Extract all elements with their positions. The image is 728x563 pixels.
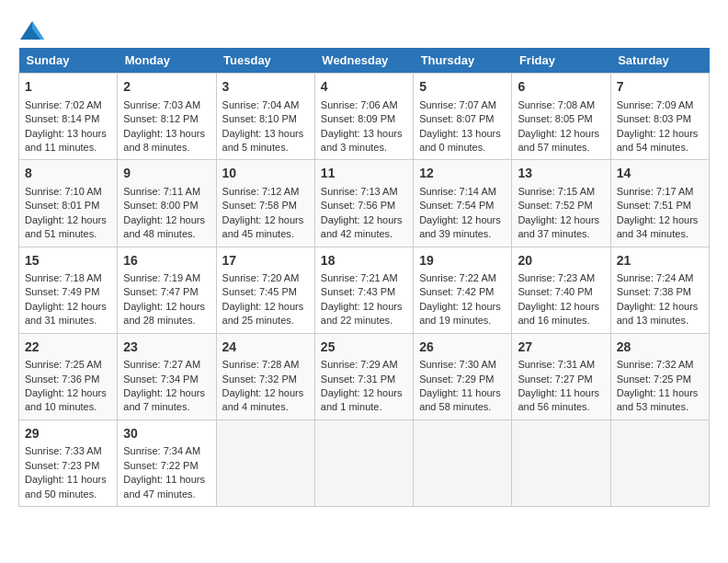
sunrise-text: Sunrise: 7:09 AM: [617, 98, 703, 112]
week-row-2: 8Sunrise: 7:10 AMSunset: 8:01 PMDaylight…: [19, 160, 710, 247]
sunrise-text: Sunrise: 7:25 AM: [25, 358, 111, 372]
calendar-cell: 1Sunrise: 7:02 AMSunset: 8:14 PMDaylight…: [19, 74, 118, 160]
day-number: 12: [419, 165, 506, 183]
sunset-text: Sunset: 7:52 PM: [518, 199, 604, 213]
daylight-text: Daylight: 12 hours and 37 minutes.: [518, 213, 604, 242]
calendar-cell: [414, 419, 512, 506]
sunrise-text: Sunrise: 7:33 AM: [25, 444, 111, 458]
calendar-cell: 5Sunrise: 7:07 AMSunset: 8:07 PMDaylight…: [414, 74, 512, 160]
sunset-text: Sunset: 7:32 PM: [222, 373, 309, 386]
daylight-text: Daylight: 12 hours and 10 minutes.: [25, 386, 111, 415]
calendar-cell: 11Sunrise: 7:13 AMSunset: 7:56 PMDayligh…: [314, 160, 413, 247]
day-number: 22: [25, 339, 111, 357]
sunset-text: Sunset: 8:03 PM: [617, 112, 703, 126]
daylight-text: Daylight: 11 hours and 47 minutes.: [123, 473, 210, 501]
calendar-cell: 2Sunrise: 7:03 AMSunset: 8:12 PMDaylight…: [118, 74, 216, 160]
calendar-cell: 17Sunrise: 7:20 AMSunset: 7:45 PMDayligh…: [216, 247, 314, 333]
sunset-text: Sunset: 7:36 PM: [25, 373, 111, 386]
calendar-cell: 30Sunrise: 7:34 AMSunset: 7:22 PMDayligh…: [118, 419, 216, 506]
day-number: 3: [222, 78, 309, 97]
sunrise-text: Sunrise: 7:13 AM: [321, 185, 407, 199]
calendar-cell: 27Sunrise: 7:31 AMSunset: 7:27 PMDayligh…: [512, 333, 610, 419]
calendar-cell: 22Sunrise: 7:25 AMSunset: 7:36 PMDayligh…: [19, 333, 118, 419]
sunset-text: Sunset: 7:38 PM: [617, 285, 703, 299]
calendar-cell: [314, 419, 413, 506]
col-header-friday: Friday: [512, 48, 610, 74]
logo-icon: [20, 21, 44, 40]
daylight-text: Daylight: 12 hours and 22 minutes.: [321, 300, 407, 328]
daylight-text: Daylight: 11 hours and 58 minutes.: [419, 386, 506, 415]
sunrise-text: Sunrise: 7:04 AM: [222, 98, 309, 112]
daylight-text: Daylight: 12 hours and 34 minutes.: [617, 213, 703, 242]
day-number: 17: [222, 252, 309, 270]
calendar-cell: 19Sunrise: 7:22 AMSunset: 7:42 PMDayligh…: [414, 247, 512, 333]
logo: [18, 18, 46, 39]
calendar-cell: 4Sunrise: 7:06 AMSunset: 8:09 PMDaylight…: [314, 74, 413, 160]
daylight-text: Daylight: 11 hours and 50 minutes.: [25, 473, 111, 501]
day-number: 14: [617, 165, 703, 183]
daylight-text: Daylight: 12 hours and 57 minutes.: [518, 127, 604, 155]
sunset-text: Sunset: 8:12 PM: [123, 112, 210, 126]
day-number: 23: [123, 339, 210, 357]
daylight-text: Daylight: 12 hours and 48 minutes.: [123, 213, 210, 242]
sunrise-text: Sunrise: 7:19 AM: [123, 271, 210, 285]
sunrise-text: Sunrise: 7:12 AM: [222, 185, 309, 199]
day-number: 1: [25, 78, 111, 97]
sunrise-text: Sunrise: 7:28 AM: [222, 358, 309, 372]
day-number: 5: [419, 78, 506, 97]
day-number: 20: [518, 252, 604, 270]
sunrise-text: Sunrise: 7:31 AM: [518, 358, 604, 372]
sunset-text: Sunset: 7:23 PM: [25, 459, 111, 473]
day-number: 13: [518, 165, 604, 183]
sunrise-text: Sunrise: 7:29 AM: [321, 358, 407, 372]
sunrise-text: Sunrise: 7:14 AM: [419, 185, 506, 199]
sunset-text: Sunset: 7:27 PM: [518, 373, 604, 386]
sunset-text: Sunset: 7:45 PM: [222, 285, 309, 299]
calendar-cell: 24Sunrise: 7:28 AMSunset: 7:32 PMDayligh…: [216, 333, 314, 419]
sunrise-text: Sunrise: 7:22 AM: [419, 271, 506, 285]
day-number: 29: [25, 425, 111, 443]
sunrise-text: Sunrise: 7:30 AM: [419, 358, 506, 372]
sunset-text: Sunset: 7:43 PM: [321, 285, 407, 299]
sunset-text: Sunset: 8:00 PM: [123, 199, 210, 213]
sunset-text: Sunset: 7:22 PM: [123, 459, 210, 473]
sunset-text: Sunset: 8:09 PM: [321, 112, 407, 126]
calendar-cell: 21Sunrise: 7:24 AMSunset: 7:38 PMDayligh…: [610, 247, 709, 333]
day-number: 19: [419, 252, 506, 270]
day-number: 30: [123, 425, 210, 443]
sunrise-text: Sunrise: 7:08 AM: [518, 98, 604, 112]
sunrise-text: Sunrise: 7:34 AM: [123, 444, 210, 458]
daylight-text: Daylight: 13 hours and 3 minutes.: [321, 127, 407, 155]
sunset-text: Sunset: 7:34 PM: [123, 373, 210, 386]
week-row-5: 29Sunrise: 7:33 AMSunset: 7:23 PMDayligh…: [19, 419, 710, 506]
daylight-text: Daylight: 12 hours and 16 minutes.: [518, 300, 604, 328]
calendar-cell: 8Sunrise: 7:10 AMSunset: 8:01 PMDaylight…: [19, 160, 118, 247]
sunset-text: Sunset: 7:31 PM: [321, 373, 407, 386]
daylight-text: Daylight: 12 hours and 28 minutes.: [123, 300, 210, 328]
calendar-cell: 6Sunrise: 7:08 AMSunset: 8:05 PMDaylight…: [512, 74, 610, 160]
sunset-text: Sunset: 8:10 PM: [222, 112, 309, 126]
daylight-text: Daylight: 12 hours and 39 minutes.: [419, 213, 506, 242]
day-number: 24: [222, 339, 309, 357]
daylight-text: Daylight: 13 hours and 8 minutes.: [123, 127, 210, 155]
daylight-text: Daylight: 12 hours and 4 minutes.: [222, 386, 309, 415]
daylight-text: Daylight: 13 hours and 5 minutes.: [222, 127, 309, 155]
sunset-text: Sunset: 8:05 PM: [518, 112, 604, 126]
calendar-cell: [216, 419, 314, 506]
sunrise-text: Sunrise: 7:17 AM: [617, 185, 703, 199]
calendar-cell: 25Sunrise: 7:29 AMSunset: 7:31 PMDayligh…: [314, 333, 413, 419]
sunset-text: Sunset: 7:42 PM: [419, 285, 506, 299]
daylight-text: Daylight: 13 hours and 11 minutes.: [25, 127, 111, 155]
sunrise-text: Sunrise: 7:18 AM: [25, 271, 111, 285]
sunrise-text: Sunrise: 7:02 AM: [25, 98, 111, 112]
calendar-cell: 9Sunrise: 7:11 AMSunset: 8:00 PMDaylight…: [118, 160, 216, 247]
sunset-text: Sunset: 8:07 PM: [419, 112, 506, 126]
page-header: [18, 18, 710, 39]
daylight-text: Daylight: 12 hours and 25 minutes.: [222, 300, 309, 328]
sunrise-text: Sunrise: 7:10 AM: [25, 185, 111, 199]
sunrise-text: Sunrise: 7:32 AM: [617, 358, 703, 372]
calendar-cell: 20Sunrise: 7:23 AMSunset: 7:40 PMDayligh…: [512, 247, 610, 333]
daylight-text: Daylight: 12 hours and 42 minutes.: [321, 213, 407, 242]
daylight-text: Daylight: 11 hours and 56 minutes.: [518, 386, 604, 415]
daylight-text: Daylight: 13 hours and 0 minutes.: [419, 127, 506, 155]
